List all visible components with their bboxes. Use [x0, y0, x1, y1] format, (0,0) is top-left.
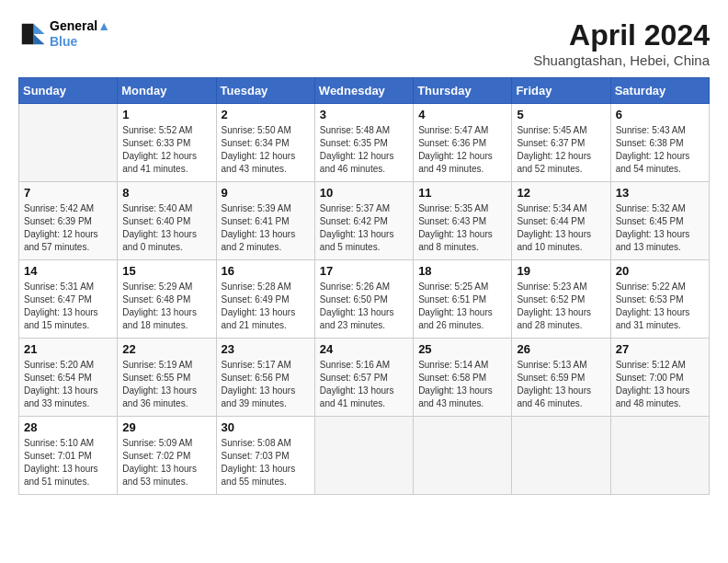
- calendar-cell: 20Sunrise: 5:22 AM Sunset: 6:53 PM Dayli…: [610, 260, 709, 339]
- calendar-cell: 1Sunrise: 5:52 AM Sunset: 6:33 PM Daylig…: [118, 104, 216, 182]
- svg-marker-0: [34, 24, 45, 34]
- day-number: 13: [616, 186, 704, 200]
- day-info: Sunrise: 5:40 AM Sunset: 6:40 PM Dayligh…: [122, 202, 210, 254]
- calendar-cell: 27Sunrise: 5:12 AM Sunset: 7:00 PM Dayli…: [610, 339, 709, 417]
- day-number: 30: [222, 420, 310, 434]
- day-number: 17: [320, 264, 408, 278]
- calendar-cell: 21Sunrise: 5:20 AM Sunset: 6:54 PM Dayli…: [19, 339, 118, 417]
- day-number: 2: [222, 108, 310, 121]
- day-number: 10: [320, 186, 408, 200]
- day-info: Sunrise: 5:22 AM Sunset: 6:53 PM Dayligh…: [616, 281, 704, 332]
- calendar-cell: 23Sunrise: 5:17 AM Sunset: 6:56 PM Dayli…: [216, 339, 314, 417]
- day-number: 28: [24, 420, 112, 434]
- week-row-2: 7Sunrise: 5:42 AM Sunset: 6:39 PM Daylig…: [19, 182, 710, 260]
- day-number: 20: [616, 264, 704, 278]
- calendar-cell: 11Sunrise: 5:35 AM Sunset: 6:43 PM Dayli…: [414, 182, 512, 260]
- page-header: General▲ Blue April 2024 Shuangtashan, H…: [18, 18, 710, 68]
- day-info: Sunrise: 5:23 AM Sunset: 6:52 PM Dayligh…: [517, 281, 605, 332]
- day-info: Sunrise: 5:16 AM Sunset: 6:57 PM Dayligh…: [320, 359, 408, 410]
- day-number: 4: [418, 108, 506, 121]
- day-info: Sunrise: 5:42 AM Sunset: 6:39 PM Dayligh…: [24, 202, 112, 254]
- calendar-cell: 8Sunrise: 5:40 AM Sunset: 6:40 PM Daylig…: [118, 182, 216, 260]
- logo-text: General▲ Blue: [50, 18, 110, 50]
- calendar-cell: 25Sunrise: 5:14 AM Sunset: 6:58 PM Dayli…: [414, 339, 512, 417]
- day-info: Sunrise: 5:25 AM Sunset: 6:51 PM Dayligh…: [418, 281, 506, 332]
- day-info: Sunrise: 5:35 AM Sunset: 6:43 PM Dayligh…: [418, 202, 506, 254]
- day-number: 18: [418, 264, 506, 278]
- logo: General▲ Blue: [18, 18, 110, 50]
- calendar-cell: 18Sunrise: 5:25 AM Sunset: 6:51 PM Dayli…: [414, 260, 512, 339]
- calendar-cell: 15Sunrise: 5:29 AM Sunset: 6:48 PM Dayli…: [118, 260, 216, 339]
- day-info: Sunrise: 5:32 AM Sunset: 6:45 PM Dayligh…: [616, 202, 704, 254]
- calendar-cell: [19, 104, 118, 182]
- day-number: 7: [24, 186, 112, 200]
- weekday-header-wednesday: Wednesday: [314, 78, 413, 104]
- calendar-cell: 2Sunrise: 5:50 AM Sunset: 6:34 PM Daylig…: [216, 104, 314, 182]
- day-info: Sunrise: 5:50 AM Sunset: 6:34 PM Dayligh…: [222, 124, 310, 176]
- weekday-header-monday: Monday: [118, 78, 216, 104]
- calendar-cell: 19Sunrise: 5:23 AM Sunset: 6:52 PM Dayli…: [512, 260, 610, 339]
- day-number: 5: [517, 108, 605, 121]
- calendar-cell: [512, 417, 610, 495]
- day-info: Sunrise: 5:19 AM Sunset: 6:55 PM Dayligh…: [122, 359, 210, 410]
- weekday-header-sunday: Sunday: [19, 78, 118, 104]
- day-number: 22: [122, 342, 210, 356]
- day-number: 12: [517, 186, 605, 200]
- day-number: 8: [122, 186, 210, 200]
- calendar-cell: 10Sunrise: 5:37 AM Sunset: 6:42 PM Dayli…: [314, 182, 413, 260]
- day-info: Sunrise: 5:47 AM Sunset: 6:36 PM Dayligh…: [418, 124, 506, 176]
- weekday-header-row: SundayMondayTuesdayWednesdayThursdayFrid…: [19, 78, 710, 104]
- day-info: Sunrise: 5:52 AM Sunset: 6:33 PM Dayligh…: [122, 124, 210, 176]
- calendar-cell: 5Sunrise: 5:45 AM Sunset: 6:37 PM Daylig…: [512, 104, 610, 182]
- day-number: 29: [122, 420, 210, 434]
- day-number: 1: [122, 108, 210, 121]
- calendar-cell: 28Sunrise: 5:10 AM Sunset: 7:01 PM Dayli…: [19, 417, 118, 495]
- day-info: Sunrise: 5:17 AM Sunset: 6:56 PM Dayligh…: [222, 359, 310, 410]
- day-info: Sunrise: 5:26 AM Sunset: 6:50 PM Dayligh…: [320, 281, 408, 332]
- day-number: 23: [222, 342, 310, 356]
- week-row-3: 14Sunrise: 5:31 AM Sunset: 6:47 PM Dayli…: [19, 260, 710, 339]
- svg-marker-1: [34, 34, 45, 44]
- day-info: Sunrise: 5:13 AM Sunset: 6:59 PM Dayligh…: [517, 359, 605, 410]
- calendar-table: SundayMondayTuesdayWednesdayThursdayFrid…: [18, 77, 710, 495]
- day-number: 26: [517, 342, 605, 356]
- day-info: Sunrise: 5:34 AM Sunset: 6:44 PM Dayligh…: [517, 202, 605, 254]
- week-row-5: 28Sunrise: 5:10 AM Sunset: 7:01 PM Dayli…: [19, 417, 710, 495]
- day-info: Sunrise: 5:28 AM Sunset: 6:49 PM Dayligh…: [222, 281, 310, 332]
- calendar-cell: 4Sunrise: 5:47 AM Sunset: 6:36 PM Daylig…: [414, 104, 512, 182]
- day-number: 25: [418, 342, 506, 356]
- calendar-cell: 16Sunrise: 5:28 AM Sunset: 6:49 PM Dayli…: [216, 260, 314, 339]
- calendar-cell: [414, 417, 512, 495]
- weekday-header-friday: Friday: [512, 78, 610, 104]
- day-number: 27: [616, 342, 704, 356]
- day-number: 9: [222, 186, 310, 200]
- calendar-cell: [314, 417, 413, 495]
- weekday-header-tuesday: Tuesday: [216, 78, 314, 104]
- calendar-cell: 30Sunrise: 5:08 AM Sunset: 7:03 PM Dayli…: [216, 417, 314, 495]
- calendar-cell: 9Sunrise: 5:39 AM Sunset: 6:41 PM Daylig…: [216, 182, 314, 260]
- calendar-cell: 26Sunrise: 5:13 AM Sunset: 6:59 PM Dayli…: [512, 339, 610, 417]
- day-info: Sunrise: 5:08 AM Sunset: 7:03 PM Dayligh…: [222, 437, 310, 488]
- calendar-cell: [610, 417, 709, 495]
- month-title: April 2024: [533, 18, 710, 52]
- week-row-4: 21Sunrise: 5:20 AM Sunset: 6:54 PM Dayli…: [19, 339, 710, 417]
- day-info: Sunrise: 5:37 AM Sunset: 6:42 PM Dayligh…: [320, 202, 408, 254]
- day-number: 3: [320, 108, 408, 121]
- calendar-cell: 6Sunrise: 5:43 AM Sunset: 6:38 PM Daylig…: [610, 104, 709, 182]
- day-info: Sunrise: 5:29 AM Sunset: 6:48 PM Dayligh…: [122, 281, 210, 332]
- calendar-cell: 14Sunrise: 5:31 AM Sunset: 6:47 PM Dayli…: [19, 260, 118, 339]
- calendar-cell: 24Sunrise: 5:16 AM Sunset: 6:57 PM Dayli…: [314, 339, 413, 417]
- day-number: 11: [418, 186, 506, 200]
- logo-icon: [18, 20, 46, 48]
- day-info: Sunrise: 5:31 AM Sunset: 6:47 PM Dayligh…: [24, 281, 112, 332]
- calendar-cell: 7Sunrise: 5:42 AM Sunset: 6:39 PM Daylig…: [19, 182, 118, 260]
- weekday-header-saturday: Saturday: [610, 78, 709, 104]
- day-number: 16: [222, 264, 310, 278]
- weekday-header-thursday: Thursday: [414, 78, 512, 104]
- day-info: Sunrise: 5:20 AM Sunset: 6:54 PM Dayligh…: [24, 359, 112, 410]
- title-area: April 2024 Shuangtashan, Hebei, China: [533, 18, 710, 68]
- day-number: 14: [24, 264, 112, 278]
- day-info: Sunrise: 5:10 AM Sunset: 7:01 PM Dayligh…: [24, 437, 112, 488]
- day-info: Sunrise: 5:48 AM Sunset: 6:35 PM Dayligh…: [320, 124, 408, 176]
- calendar-cell: 3Sunrise: 5:48 AM Sunset: 6:35 PM Daylig…: [314, 104, 413, 182]
